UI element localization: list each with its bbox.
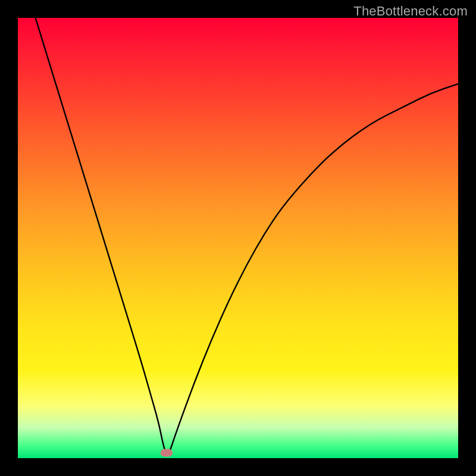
watermark-text: TheBottleneck.com	[353, 4, 468, 19]
sweet-spot-marker	[161, 449, 173, 457]
chart-frame: TheBottleneck.com	[0, 0, 476, 476]
bottleneck-curve	[18, 18, 458, 458]
plot-area	[18, 18, 458, 458]
